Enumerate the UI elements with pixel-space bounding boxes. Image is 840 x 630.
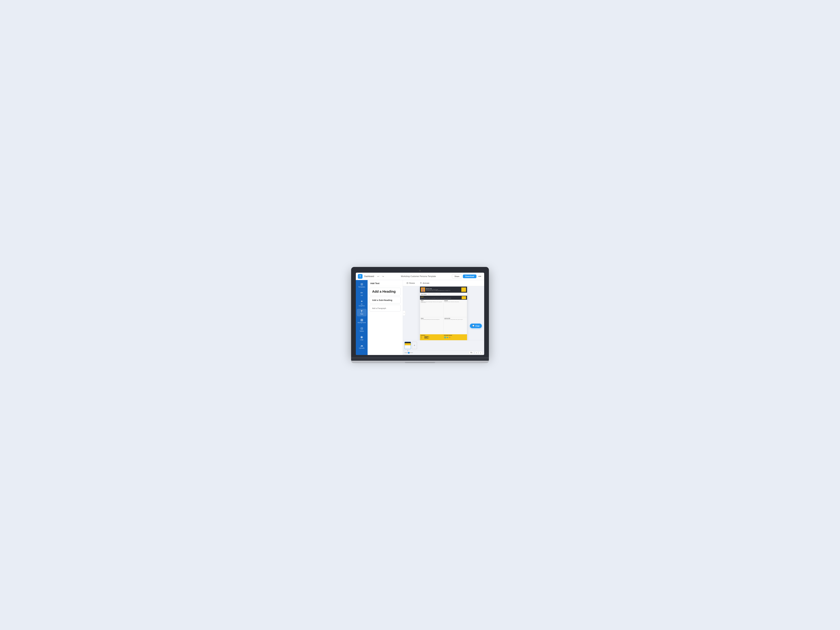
stat-row-0: SOC — [421, 336, 443, 337]
dashboard-link[interactable]: Dashboard — [364, 275, 374, 278]
about-yellow-bar — [462, 296, 466, 299]
sidebar-item-graphics[interactable]: ✦ 60 Graphics — [357, 298, 366, 308]
thumb-dark — [405, 342, 411, 343]
sidebar-item-fill[interactable]: ✏ Fill — [357, 290, 366, 298]
solution-label: OUR SOLUTION — [444, 318, 466, 319]
stats-section: STATISTICS SOC — [420, 334, 467, 340]
persona-contact: 1234 Some Ave, Larue, TX 75848 | serena@… — [426, 290, 461, 291]
needs-cell: NEEDS To meet a single female in the Flo… — [420, 300, 444, 317]
goals-label: GOALS — [421, 318, 442, 319]
needs-label: NEEDS — [421, 300, 442, 301]
add-heading-option[interactable]: Add a Heading — [369, 288, 401, 295]
thumbnail-preview — [405, 342, 411, 349]
camera — [419, 270, 421, 271]
stat-name-2: ONL — [421, 338, 424, 338]
sidebar-item-uploads[interactable]: ☁ Uploads — [357, 343, 366, 351]
sidebar-label-graphics: 60 Graphics — [358, 303, 366, 307]
dislikes-cell: DISLIKES People who can't listen. Fake b… — [444, 300, 467, 317]
sidebar-label-text: Text — [360, 313, 363, 315]
background-icon: ▦ — [360, 318, 363, 321]
needs-text: To meet a single female in the Florida r… — [421, 302, 442, 303]
chat-icon: 💬 — [472, 325, 475, 327]
stat-row-1: ACT — [421, 337, 443, 338]
history-controls: ↩ ↪ — [376, 275, 385, 278]
undo-button[interactable]: ↩ — [376, 275, 380, 278]
dislikes-label: DISLIKES — [444, 300, 466, 301]
sidebar-label-tables: Tables — [360, 330, 364, 332]
about-description: Kyle is a single man who works as a psyc… — [421, 298, 461, 299]
laptop-base — [351, 357, 489, 361]
about-text: ABOUT Kyle is a single man who works as … — [421, 297, 461, 299]
stat-name-0: SOC — [421, 336, 424, 337]
animate-tool[interactable]: ✦ Animate — [418, 281, 431, 285]
brand-icon-1: 🐦 — [447, 336, 448, 338]
add-paragraph-option[interactable]: Add a Paragraph — [369, 305, 401, 311]
download-button[interactable]: Download — [463, 275, 477, 278]
share-button[interactable]: Share — [452, 274, 462, 278]
sidebar: ⊞ Templates ✏ Fill ✦ 60 Graphics T — [356, 280, 368, 355]
resize-tool[interactable]: ⊡ Resize — [405, 281, 416, 285]
brands-section: PREFERRED BRANDS 🌐 🐦 ◉ — [444, 335, 466, 340]
chat-button[interactable]: 💬 Chat — [470, 324, 482, 328]
paragraph-preview: Add a Paragraph — [372, 307, 386, 309]
canvas-area: ⊡ Resize ✦ Animate ‹ — [403, 280, 484, 355]
laptop-bottom — [351, 361, 489, 363]
stat-name-1: ACT — [421, 337, 424, 338]
zoom-slider[interactable] — [404, 352, 413, 353]
solution-text: Find him someone who matches perfectly. … — [444, 319, 466, 320]
page-thumbnail-1[interactable] — [404, 342, 411, 349]
sidebar-item-background[interactable]: ▦ Background — [357, 317, 366, 325]
zoom-control — [404, 352, 413, 353]
about-label: ABOUT — [421, 297, 461, 297]
collapse-panel-button[interactable]: ‹ — [403, 311, 406, 316]
laptop: T Dashboard ↩ ↪ Workshop Customer Person… — [351, 267, 489, 363]
info-grid: NEEDS To meet a single female in the Flo… — [420, 300, 467, 334]
resize-label: Resize — [409, 282, 415, 284]
brands-label: PREFERRED BRANDS — [444, 335, 466, 336]
brand-icon-0: 🌐 — [444, 336, 446, 338]
thumb-content — [405, 345, 411, 349]
left-panel: Add Text Add a Heading Add a Sub-Heading… — [368, 280, 403, 355]
sidebar-label-uploads: Uploads — [359, 347, 365, 349]
sidebar-label-templates: Templates — [358, 286, 365, 288]
topbar-actions: Share Download ••• — [452, 274, 482, 279]
text-icon: T — [361, 310, 363, 313]
sidebar-item-tables[interactable]: ⊟ Tables — [357, 325, 366, 333]
chevron-up-button[interactable]: ∧ — [475, 351, 478, 354]
brand-icons: 🌐 🐦 ◉ — [444, 336, 466, 338]
thumb-yellow — [405, 343, 411, 345]
about-section: ABOUT Kyle is a single man who works as … — [420, 296, 467, 300]
logo-icon: ◉ — [360, 335, 363, 338]
zoom-handle[interactable] — [408, 352, 410, 354]
fit-button[interactable]: Fit — [469, 351, 474, 354]
design-canvas-wrapper: ⊕ ⧉ — [420, 287, 467, 340]
templates-icon: ⊞ — [360, 283, 363, 286]
more-button[interactable]: ••• — [477, 274, 482, 279]
goals-cell: GOALS Create a stable family relationshi… — [420, 317, 444, 334]
brand-icon-2: ◉ — [449, 336, 450, 338]
sidebar-item-text[interactable]: T Text — [357, 309, 366, 316]
document-title: Workshop Customer Persona Template — [387, 275, 450, 278]
add-subheading-option[interactable]: Add a Sub-Heading — [369, 297, 401, 303]
dislikes-text: People who can't listen. Fake behavior a… — [444, 302, 466, 302]
sidebar-item-logo[interactable]: ◉ Logo — [357, 334, 366, 342]
screen: T Dashboard ↩ ↪ Workshop Customer Person… — [356, 273, 484, 355]
sidebar-item-templates[interactable]: ⊞ Templates — [357, 281, 366, 289]
app-logo[interactable]: T — [358, 274, 363, 279]
uploads-icon: ☁ — [360, 344, 363, 347]
topbar: T Dashboard ↩ ↪ Workshop Customer Person… — [356, 273, 484, 280]
panel-header: Add Text — [368, 280, 403, 286]
resize-icon: ⊡ — [407, 282, 408, 284]
sidebar-label-fill: Fill — [361, 295, 363, 297]
tables-icon: ⊟ — [360, 327, 363, 330]
chat-label: Chat — [475, 325, 480, 327]
persona-template: Serena Lalie Marketing Manager | 25-35 |… — [420, 287, 467, 340]
sidebar-label-background: Background — [358, 322, 366, 324]
add-page-button[interactable]: + — [412, 342, 417, 349]
goals-text: Create a stable family relationship. Fin… — [421, 319, 442, 320]
screen-bezel: T Dashboard ↩ ↪ Workshop Customer Person… — [351, 267, 489, 357]
redo-button[interactable]: ↪ — [381, 275, 385, 278]
thumbnail-strip: 1 + — [403, 340, 484, 350]
name-block: Serena Lalie Marketing Manager | 25-35 |… — [426, 288, 461, 291]
main-area: ⊞ Templates ✏ Fill ✦ 60 Graphics T — [356, 280, 484, 355]
